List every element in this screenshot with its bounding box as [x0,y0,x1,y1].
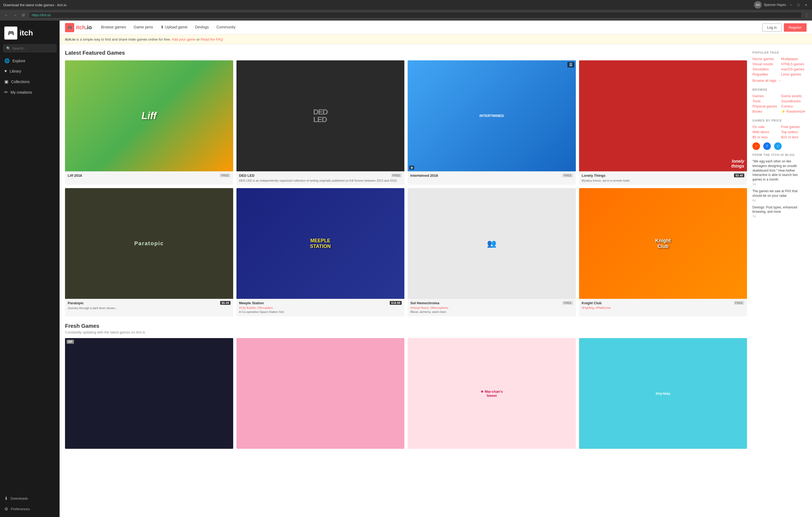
my-creations-icon: ✏ [4,90,8,95]
game-thumb-paratopic: Paratopic [65,188,233,299]
game-thumb-inner-knight: KnightClub [579,188,747,299]
sidebar-item-label-collections: Collections [11,80,30,84]
facebook-icon[interactable]: f [763,142,771,150]
game-info-knight: Knight Club FREE #Fighting, #Platformer [579,299,747,312]
nav-devlogs[interactable]: Devlogs [191,21,213,35]
nav-browse-games[interactable]: Browse games [97,21,130,35]
browse-links: Games Game assets Tools Soundtracks Phys… [752,94,807,114]
sidebar-item-collections[interactable]: ▣ Collections [0,76,60,87]
game-thumb-sol: 👥 [408,188,576,299]
browse-tools-link[interactable]: Tools [752,99,778,103]
fresh-card-3[interactable]: ★ Mai-chan'sSweet [408,338,576,449]
blog-item-title-1[interactable]: The games we saw at PAX that should be o… [752,189,807,198]
maximize-button[interactable]: □ [796,3,801,7]
fresh-4-text: tiny-tasy [656,391,670,395]
tag-multiplayer[interactable]: Multiplayer [781,57,807,61]
blog-item-date-1: 6d [752,199,807,202]
tag-horror[interactable]: Horror games [752,57,778,61]
game-price-liff: FREE [220,174,230,177]
fresh-thumb-3: ★ Mai-chan'sSweet [408,338,576,449]
itch-logo-text: itch.io [76,24,92,31]
game-info-intertwined: Intertwined 2018 FREE [408,171,576,181]
game-title-lonely: Lonely Things [582,174,606,178]
browse-comics-link[interactable]: Comics [781,104,807,108]
game-card-dedled[interactable]: DEDLED DED LED FREE DED LED is an indepe… [236,60,405,185]
price-on-sale[interactable]: On sale [752,125,778,129]
search-input[interactable] [12,46,58,50]
browse-games-link[interactable]: Games [752,94,778,98]
game-desc-paratopic: Journey through a dark fever dream... [68,306,231,310]
tag-html5[interactable]: HTML5 games [781,62,807,66]
game-card-knight[interactable]: KnightClub Knight Club FREE #Fighting, #… [579,188,747,316]
meeple-thumb-text: MEEPLESTATION [310,238,331,249]
login-button[interactable]: Log in [762,23,781,32]
price-5-less[interactable]: $5 or less [752,135,778,139]
sidebar-item-explore[interactable]: 🌐 Explore [0,56,60,66]
back-button[interactable]: ← [3,12,9,19]
game-title-dedled: DED LED [239,174,255,178]
minimize-button[interactable]: − [788,3,793,7]
browse-books-link[interactable]: Books [752,109,778,114]
banner-faq-link[interactable]: Read the FAQ [201,37,223,41]
fresh-card-1[interactable]: GIF [65,338,233,449]
sidebar-item-my-creations[interactable]: ✏ My creations [0,87,60,97]
refresh-button[interactable]: ↺ [21,12,26,19]
game-card-paratopic[interactable]: Paratopic Paratopic $5.49 Journey throug… [65,188,233,316]
browser-menu-dots[interactable]: ⋮ [805,13,809,18]
game-card-intertwined[interactable]: INTERTWINED ⊞ ☰ Intertwined 2018 FREE [408,60,576,185]
sidebar-item-downloads[interactable]: ⬇ Downloads [0,493,60,504]
window-controls: − □ × [788,3,809,7]
game-info-liff: Liff 2018 FREE [65,171,233,181]
itch-logo-box: 🎮 [65,23,74,32]
game-title-paratopic: Paratopic [68,301,84,305]
close-button[interactable]: × [803,3,809,7]
tags-grid: Horror games Multiplayer Visual novels H… [752,57,807,76]
browser-bar: ← → ↺ ⋮ [0,10,812,21]
url-bar[interactable] [29,12,802,19]
browse-soundtracks-link[interactable]: Soundtracks [781,99,807,103]
game-info-paratopic: Paratopic $5.49 Journey through a dark f… [65,299,233,312]
fresh-card-4[interactable]: tiny-tasy [579,338,747,449]
profile-area: SH Spencer Hayes − □ × [754,1,809,9]
fresh-thumb-inner-3: ★ Mai-chan'sSweet [408,338,576,449]
price-demo[interactable]: With demo [752,130,778,134]
browse-physical-link[interactable]: Physical games [752,104,778,108]
register-button[interactable]: Register [784,23,807,32]
reddit-icon[interactable]: r [752,142,760,150]
game-title-meeple: Meeple Station [239,301,264,305]
price-15-less[interactable]: $15 or less [781,135,807,139]
tag-roguelike[interactable]: Roguelike [752,72,778,76]
game-info-sol: Sol Hemochroma FREE #Visual Novel, #Atmo… [408,299,576,316]
forward-button[interactable]: → [12,12,18,19]
tag-linux[interactable]: Linux games [781,72,807,76]
banner-add-game-link[interactable]: Add your game [172,37,196,41]
game-title-row-sol: Sol Hemochroma FREE [410,301,573,305]
nav-community[interactable]: Community [213,21,239,35]
game-title-row-lonely: Lonely Things $3.49 [582,174,745,178]
blog-item-title-2[interactable]: Devlogs: Post types, enhanced browsing, … [752,205,807,214]
game-card-meeple[interactable]: MEEPLESTATION Meeple Station $18.99 #Cit… [236,188,405,316]
search-bar[interactable]: 🔍 [3,44,56,52]
game-info-lonely: Lonely Things $3.49 Mystery horror, set … [579,171,747,185]
price-free[interactable]: Free games [781,125,807,129]
game-card-lonely[interactable]: lonelythings Lonely Things $3.49 Mystery… [579,60,747,185]
blog-item-title-0[interactable]: "We egg each other on like teenagers des… [752,159,807,182]
tag-simulation[interactable]: Simulation [752,67,778,71]
tag-visual-novels[interactable]: Visual novels [752,62,778,66]
browse-all-tags-link[interactable]: Browse all tags → [752,79,781,83]
tag-macos[interactable]: macOS games [781,67,807,71]
game-card-sol[interactable]: 👥 Sol Hemochroma FREE #Visual Novel, #At… [408,188,576,316]
sidebar-item-preferences[interactable]: ⚙ Preferences [0,504,60,514]
nav-game-jams[interactable]: Game jams [130,21,157,35]
sidebar-item-library[interactable]: ♥ Library [0,66,60,76]
nav-upload-game[interactable]: ⬆Upload game [157,21,191,35]
browse-game-assets-link[interactable]: Game assets [781,94,807,98]
game-card-liff[interactable]: Liff Liff 2018 FREE [65,60,233,185]
browse-randomizer-link[interactable]: ⚡ Randomizer [781,109,807,114]
fresh-card-2[interactable] [236,338,405,449]
content-layout: Latest Featured Games Liff Liff 2018 [60,44,812,461]
price-top-sellers[interactable]: Top sellers [781,130,807,134]
upload-icon: ⬆ [161,25,164,29]
titlebar-title: Download the latest indie games - itch.i… [3,3,66,7]
twitter-icon[interactable]: t [774,142,782,150]
